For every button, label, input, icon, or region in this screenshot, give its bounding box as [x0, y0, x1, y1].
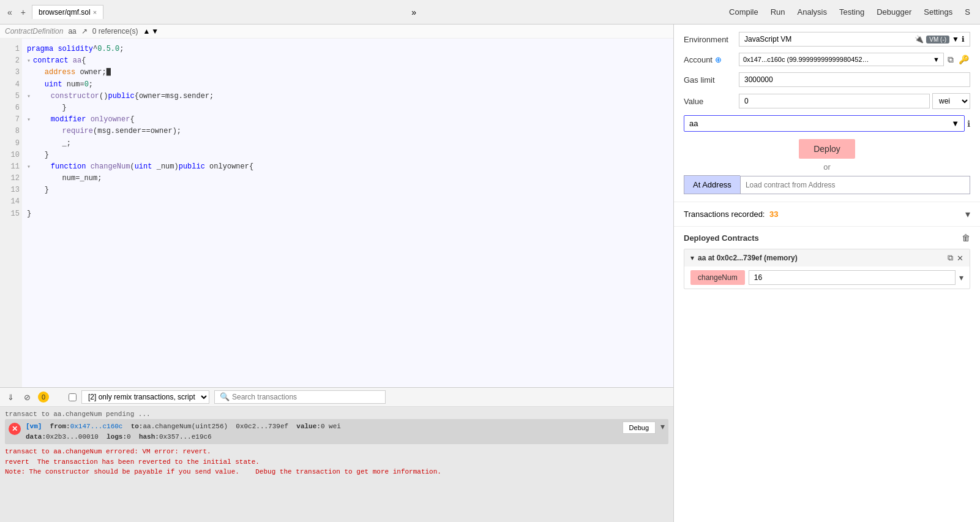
vm-tag: [vm]: [26, 423, 42, 430]
contract-instance: ▾ aa at 0x0c2...739ef (memory) ⧉ ✕ chang…: [684, 249, 970, 289]
changenum-row: changeNum ▾: [684, 267, 970, 289]
close-contract-button[interactable]: ✕: [957, 254, 963, 263]
value-row: Value wei gwei ether: [684, 93, 970, 109]
contract-select-value: aa: [689, 119, 698, 128]
tx-label: Transactions recorded:: [684, 210, 765, 219]
tab-filename: browser/qmf.sol: [39, 8, 91, 17]
console-badge: 0: [38, 392, 49, 403]
transactions-section: Transactions recorded: 33 ▾: [674, 202, 980, 227]
clear-contracts-button[interactable]: 🗑: [962, 233, 970, 243]
code-editor[interactable]: 1 2 3 4 5 6 7 8 9 10 11 12 13 14 15 prag…: [0, 39, 673, 387]
console-clear-button[interactable]: ⊘: [21, 392, 33, 403]
search-box: 🔍: [214, 390, 386, 404]
contract-toggle-button[interactable]: ▾: [690, 254, 694, 262]
value-input[interactable]: [739, 94, 930, 108]
or-divider: or: [684, 162, 970, 172]
load-contract-input[interactable]: [740, 176, 970, 194]
console-collapse-button[interactable]: ⇓: [5, 392, 17, 403]
analysis-button[interactable]: Analysis: [793, 5, 832, 19]
contract-dropdown-icon: ▼: [951, 119, 959, 128]
deployed-title: Deployed Contracts: [684, 233, 759, 243]
gas-limit-row: Gas limit: [684, 72, 970, 87]
contract-select[interactable]: aa ▼: [684, 115, 965, 132]
at-address-row: At Address: [684, 175, 970, 194]
filter-checkbox[interactable]: [69, 393, 77, 401]
run-button[interactable]: Run: [766, 5, 790, 19]
code-content[interactable]: pragma solidity^0.5.0; ▾contract aa{ add…: [22, 39, 673, 387]
console-area: ⇓ ⊘ 0 [2] only remix transactions, scrip…: [0, 387, 673, 522]
more-nav-button[interactable]: S: [960, 5, 975, 19]
env-dropdown-icon: ▼: [952, 35, 959, 44]
gas-limit-input[interactable]: [739, 72, 970, 87]
nav-back-button[interactable]: «: [5, 6, 15, 18]
contract-def-label: ContractDefinition: [5, 27, 63, 36]
nav-add-button[interactable]: +: [18, 6, 28, 18]
account-key-button[interactable]: 🔑: [957, 53, 970, 66]
account-add-icon[interactable]: ⊕: [715, 55, 722, 64]
account-value: 0x147...c160c (99.99999999999980452…: [743, 56, 869, 63]
ref-count: 0 reference(s): [92, 27, 138, 36]
main-layout: ContractDefinition aa ↗ 0 reference(s) ▲…: [0, 25, 980, 522]
environment-select[interactable]: JavaScript VM 🔌 VM (-) ▼ ℹ: [739, 32, 970, 47]
tx-expand-button[interactable]: ▾: [965, 208, 970, 220]
file-tab[interactable]: browser/qmf.sol ×: [32, 5, 103, 19]
log-entry: ✕ [vm] from:0x147...c160c to:aa.changeNu…: [5, 419, 668, 444]
account-dropdown-icon: ▼: [933, 56, 940, 63]
top-bar: « + browser/qmf.sol × » Compile Run Anal…: [0, 0, 980, 25]
environment-label: Environment: [684, 35, 739, 44]
filter-select[interactable]: [2] only remix transactions, script: [81, 390, 209, 404]
log-expand-button[interactable]: ▾: [660, 422, 665, 431]
info-icon: ℹ: [962, 35, 965, 44]
error-message: transact to aa.changeNum errored: VM err…: [5, 447, 668, 477]
deploy-config-section: Environment JavaScript VM 🔌 VM (-) ▼ ℹ A…: [674, 25, 980, 202]
changenum-button[interactable]: changeNum: [690, 270, 745, 285]
gas-limit-label: Gas limit: [684, 75, 739, 85]
changenum-input[interactable]: [749, 270, 956, 285]
pending-log: transact to aa.changeNum pending ...: [5, 410, 668, 418]
contract-select-row: aa ▼ ℹ: [684, 115, 970, 132]
environment-control: JavaScript VM 🔌 VM (-) ▼ ℹ: [739, 32, 970, 47]
editor-toolbar: ContractDefinition aa ↗ 0 reference(s) ▲…: [0, 25, 673, 39]
compile-button[interactable]: Compile: [724, 5, 763, 19]
search-icon: 🔍: [220, 392, 230, 402]
debugger-button[interactable]: Debugger: [872, 5, 916, 19]
nav-up-arrow[interactable]: ▲: [143, 27, 150, 36]
deploy-button[interactable]: Deploy: [799, 139, 855, 159]
fn-expand-button[interactable]: ▾: [959, 273, 963, 282]
debug-button[interactable]: Debug: [623, 422, 656, 434]
account-control: 0x147...c160c (99.99999999999980452… ▼ ⧉…: [739, 53, 970, 66]
editor-area: ContractDefinition aa ↗ 0 reference(s) ▲…: [0, 25, 674, 522]
vm-icon: 🔌: [915, 35, 924, 44]
nav-arrows: ▲ ▼: [143, 27, 159, 36]
search-input[interactable]: [232, 393, 380, 401]
contract-info-button[interactable]: ℹ: [967, 119, 970, 129]
console-toolbar: ⇓ ⊘ 0 [2] only remix transactions, scrip…: [0, 388, 673, 407]
console-log: transact to aa.changeNum pending ... ✕ […: [0, 407, 673, 522]
line-numbers: 1 2 3 4 5 6 7 8 9 10 11 12 13 14 15: [0, 39, 22, 387]
account-row: Account ⊕ 0x147...c160c (99.999999999999…: [684, 53, 970, 66]
value-control: wei gwei ether: [739, 93, 970, 109]
account-select[interactable]: 0x147...c160c (99.99999999999980452… ▼: [739, 53, 944, 66]
more-tabs-button[interactable]: »: [411, 7, 416, 17]
value-label: Value: [684, 97, 739, 106]
navigate-icon: ↗: [81, 27, 88, 36]
vm-badge: VM (-): [926, 36, 949, 44]
nav-down-arrow[interactable]: ▼: [151, 27, 159, 36]
error-close-button[interactable]: ✕: [9, 423, 21, 435]
tab-close-icon[interactable]: ×: [93, 9, 97, 16]
deploy-row: Deploy: [684, 139, 970, 159]
gas-limit-control: [739, 72, 970, 87]
right-panel: Environment JavaScript VM 🔌 VM (-) ▼ ℹ A…: [674, 25, 980, 522]
account-copy-button[interactable]: ⧉: [946, 53, 955, 66]
tx-count: 33: [769, 210, 778, 219]
testing-button[interactable]: Testing: [834, 5, 869, 19]
tab-bar: « + browser/qmf.sol ×: [5, 5, 103, 19]
log-text: [vm] from:0x147...c160c to:aa.changeNum(…: [26, 422, 618, 442]
contract-name-label: aa: [68, 27, 76, 36]
unit-select[interactable]: wei gwei ether: [932, 93, 970, 109]
at-address-button[interactable]: At Address: [684, 175, 740, 194]
copy-address-button[interactable]: ⧉: [948, 253, 953, 263]
deployed-contracts-section: Deployed Contracts 🗑 ▾ aa at 0x0c2...739…: [674, 227, 980, 295]
contract-instance-name: aa at 0x0c2...739ef (memory): [698, 254, 944, 262]
settings-button[interactable]: Settings: [919, 5, 957, 19]
